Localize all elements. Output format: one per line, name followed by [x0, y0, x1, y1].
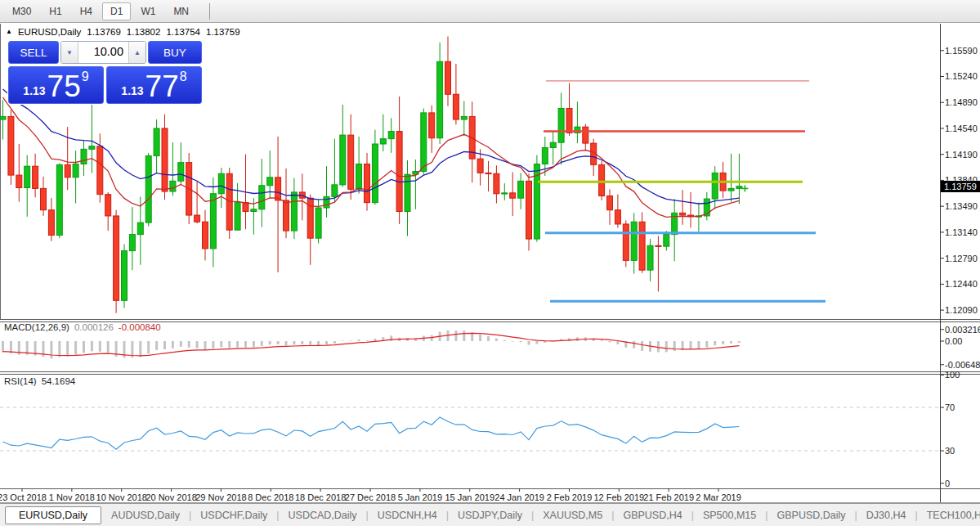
date-tick-label: 29 Nov 2018	[195, 492, 246, 502]
price-tick-label: 1.15240	[945, 71, 978, 81]
buy-button[interactable]: BUY	[148, 41, 202, 64]
ohlc-close: 1.13759	[206, 27, 240, 37]
candle-body	[461, 116, 467, 119]
chart-ohlc-header: ▲ EURUSD,Daily 1.13769 1.13802 1.13754 1…	[6, 27, 240, 37]
chart-tab-gbpusd-daily[interactable]: GBPUSD,Daily	[769, 507, 854, 524]
candle-body	[33, 166, 38, 188]
price-tick-label: 1.13840	[945, 175, 978, 185]
candle-body	[267, 178, 273, 186]
sell-price-button[interactable]: 1.13 75 9	[8, 66, 104, 104]
candle-body	[429, 113, 435, 138]
ohlc-high: 1.13802	[127, 27, 161, 37]
candle-body	[348, 135, 354, 189]
candle-body	[154, 128, 159, 156]
macd-tick-label: -0.006485	[945, 360, 980, 370]
sell-button[interactable]: SELL	[8, 41, 59, 64]
candle-body	[324, 196, 329, 208]
volume-increase-icon[interactable]: ▲	[128, 42, 145, 63]
candle-body	[656, 245, 661, 246]
candle-body	[129, 235, 135, 251]
chart-tab-usdchf-daily[interactable]: USDCHF,Daily	[192, 507, 275, 524]
candle-body	[631, 222, 637, 260]
candle-body	[210, 194, 216, 249]
candle-body	[502, 193, 508, 194]
candle-body	[145, 156, 151, 223]
price-tick-label: 1.15590	[945, 46, 978, 56]
chart-tab-sp500-m15[interactable]: SP500,M15	[695, 507, 764, 524]
buy-price-button[interactable]: 1.13 77 8	[106, 66, 202, 104]
candle-body	[372, 144, 378, 203]
candle-body	[137, 223, 143, 235]
volume-input[interactable]: 10.00	[78, 42, 128, 63]
candle-body	[16, 175, 22, 187]
date-tick-label: 20 Nov 2018	[145, 492, 196, 502]
rsi-tick-label: 70	[945, 402, 955, 412]
chart-tab-gbpusd-h4[interactable]: GBPUSD,H4	[615, 507, 690, 524]
macd-value: 0.000126	[74, 322, 114, 332]
chart-tab-dj30-h4[interactable]: DJ30,H4	[858, 507, 915, 524]
candle-body	[510, 193, 516, 198]
candle-body	[203, 222, 208, 249]
macd-tick-label: 0.00	[945, 336, 962, 346]
price-tick-label: 1.12790	[945, 254, 978, 263]
buy-price-sup: 8	[180, 70, 187, 84]
chart-tab-usdcnh-h4[interactable]: USDCNH,H4	[369, 507, 445, 524]
candle-body	[251, 209, 257, 212]
candle-body	[680, 213, 686, 215]
chart-tab-audusd-daily[interactable]: AUDUSD,Daily	[103, 507, 188, 524]
candle-body	[566, 108, 572, 133]
candle-body	[356, 164, 362, 189]
chart-tab-eurusd-daily[interactable]: EURUSD,Daily	[5, 506, 101, 524]
candle-body	[97, 146, 103, 195]
candle-body	[8, 116, 14, 175]
candle-body	[437, 61, 443, 137]
candle-body	[396, 132, 402, 212]
price-tick-label: 1.13140	[945, 227, 978, 237]
candle-body	[25, 166, 30, 187]
date-tick-label: 21 Feb 2019	[643, 492, 694, 502]
rsi-label: RSI(14) 54.1694	[4, 376, 75, 386]
chart-tab-tech100-h1[interactable]: TECH100,H1	[919, 507, 980, 524]
one-click-trade-panel: SELL ▼ 10.00 ▲ BUY 1.13 75 9 1.13 77 8	[7, 40, 203, 105]
chart-tab-xauusd-m5[interactable]: XAUUSD,M5	[535, 507, 611, 524]
date-tick-label: 5 Jan 2019	[398, 492, 442, 502]
chart-tab-usdcad-daily[interactable]: USDCAD,Daily	[280, 507, 365, 524]
candle-body	[65, 164, 70, 177]
candle-body	[114, 216, 119, 300]
candle-body	[259, 186, 265, 209]
candle-body	[558, 108, 564, 142]
volume-decrease-icon[interactable]: ▼	[61, 42, 78, 63]
candle-body	[73, 164, 78, 177]
candle-body	[105, 195, 111, 216]
candle-body	[365, 164, 370, 202]
rsi-tick-label: 0	[945, 479, 950, 488]
chart-symbol-label: EURUSD,Daily	[18, 27, 81, 37]
candle-body	[307, 198, 313, 238]
candle-body	[178, 163, 184, 182]
candle-body	[291, 192, 297, 231]
price-tick-label: 1.13490	[945, 201, 978, 211]
date-tick-label: 23 Oct 2018	[0, 492, 47, 502]
volume-spinner: ▼ 10.00 ▲	[60, 41, 146, 64]
candle-body	[275, 178, 281, 200]
date-tick-label: 18 Dec 2018	[295, 492, 346, 502]
date-tick-label: 12 Feb 2019	[593, 492, 644, 502]
candle-body	[170, 181, 176, 191]
macd-tick-label: 0.003216	[945, 325, 980, 335]
candle-body	[453, 94, 459, 119]
up-triangle-icon: ▲	[6, 28, 12, 35]
candle-body	[486, 173, 491, 173]
candle-body	[639, 222, 645, 270]
candle-body	[41, 188, 47, 209]
candle-body	[81, 149, 87, 164]
chart-tab-usdjpy-daily[interactable]: USDJPY,Daily	[450, 507, 530, 524]
chart-tab-bar: EURUSD,DailyAUDUSD,Daily|USDCHF,Daily|US…	[0, 503, 980, 526]
candle-body	[235, 203, 240, 231]
candle-body	[218, 173, 224, 193]
candle-body	[550, 142, 556, 147]
candle-body	[122, 251, 128, 301]
candle-body	[0, 116, 6, 119]
candle-body	[388, 132, 394, 139]
candle-body	[607, 196, 613, 209]
date-tick-label: 24 Jan 2019	[494, 492, 544, 502]
